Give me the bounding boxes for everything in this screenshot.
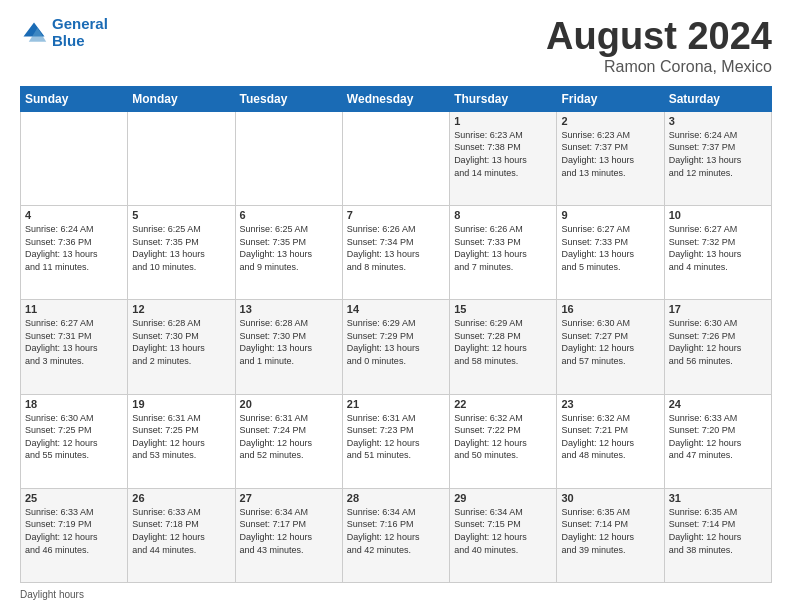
logo-icon [20, 19, 48, 47]
day-info: Sunrise: 6:34 AM Sunset: 7:16 PM Dayligh… [347, 506, 445, 556]
week-row-3: 11Sunrise: 6:27 AM Sunset: 7:31 PM Dayli… [21, 300, 772, 394]
day-number: 13 [240, 303, 338, 315]
day-number: 24 [669, 398, 767, 410]
calendar-cell: 20Sunrise: 6:31 AM Sunset: 7:24 PM Dayli… [235, 394, 342, 488]
calendar-cell [235, 111, 342, 205]
day-number: 19 [132, 398, 230, 410]
day-number: 26 [132, 492, 230, 504]
calendar-cell: 7Sunrise: 6:26 AM Sunset: 7:34 PM Daylig… [342, 206, 449, 300]
calendar-cell [342, 111, 449, 205]
day-info: Sunrise: 6:32 AM Sunset: 7:21 PM Dayligh… [561, 412, 659, 462]
calendar-cell: 23Sunrise: 6:32 AM Sunset: 7:21 PM Dayli… [557, 394, 664, 488]
week-row-2: 4Sunrise: 6:24 AM Sunset: 7:36 PM Daylig… [21, 206, 772, 300]
calendar-table: SundayMondayTuesdayWednesdayThursdayFrid… [20, 86, 772, 583]
day-info: Sunrise: 6:33 AM Sunset: 7:18 PM Dayligh… [132, 506, 230, 556]
day-info: Sunrise: 6:25 AM Sunset: 7:35 PM Dayligh… [132, 223, 230, 273]
calendar-cell: 22Sunrise: 6:32 AM Sunset: 7:22 PM Dayli… [450, 394, 557, 488]
calendar-cell [21, 111, 128, 205]
day-info: Sunrise: 6:35 AM Sunset: 7:14 PM Dayligh… [561, 506, 659, 556]
day-info: Sunrise: 6:27 AM Sunset: 7:32 PM Dayligh… [669, 223, 767, 273]
calendar-cell: 31Sunrise: 6:35 AM Sunset: 7:14 PM Dayli… [664, 488, 771, 582]
day-header-saturday: Saturday [664, 86, 771, 111]
day-number: 31 [669, 492, 767, 504]
day-info: Sunrise: 6:34 AM Sunset: 7:15 PM Dayligh… [454, 506, 552, 556]
day-info: Sunrise: 6:27 AM Sunset: 7:33 PM Dayligh… [561, 223, 659, 273]
calendar-cell: 8Sunrise: 6:26 AM Sunset: 7:33 PM Daylig… [450, 206, 557, 300]
calendar-cell: 12Sunrise: 6:28 AM Sunset: 7:30 PM Dayli… [128, 300, 235, 394]
day-info: Sunrise: 6:33 AM Sunset: 7:19 PM Dayligh… [25, 506, 123, 556]
calendar-cell: 17Sunrise: 6:30 AM Sunset: 7:26 PM Dayli… [664, 300, 771, 394]
title-block: August 2024 Ramon Corona, Mexico [546, 16, 772, 76]
calendar-cell [128, 111, 235, 205]
footer: Daylight hours [20, 589, 772, 600]
day-header-thursday: Thursday [450, 86, 557, 111]
calendar-body: 1Sunrise: 6:23 AM Sunset: 7:38 PM Daylig… [21, 111, 772, 582]
day-number: 22 [454, 398, 552, 410]
day-number: 18 [25, 398, 123, 410]
logo-text: General Blue [52, 16, 108, 49]
logo: General Blue [20, 16, 108, 49]
day-number: 8 [454, 209, 552, 221]
calendar-cell: 24Sunrise: 6:33 AM Sunset: 7:20 PM Dayli… [664, 394, 771, 488]
calendar-cell: 3Sunrise: 6:24 AM Sunset: 7:37 PM Daylig… [664, 111, 771, 205]
day-number: 9 [561, 209, 659, 221]
day-info: Sunrise: 6:33 AM Sunset: 7:20 PM Dayligh… [669, 412, 767, 462]
day-info: Sunrise: 6:31 AM Sunset: 7:25 PM Dayligh… [132, 412, 230, 462]
day-info: Sunrise: 6:30 AM Sunset: 7:25 PM Dayligh… [25, 412, 123, 462]
day-number: 30 [561, 492, 659, 504]
calendar-cell: 28Sunrise: 6:34 AM Sunset: 7:16 PM Dayli… [342, 488, 449, 582]
day-header-friday: Friday [557, 86, 664, 111]
day-header-tuesday: Tuesday [235, 86, 342, 111]
calendar-header: SundayMondayTuesdayWednesdayThursdayFrid… [21, 86, 772, 111]
day-number: 7 [347, 209, 445, 221]
day-info: Sunrise: 6:24 AM Sunset: 7:36 PM Dayligh… [25, 223, 123, 273]
calendar-cell: 14Sunrise: 6:29 AM Sunset: 7:29 PM Dayli… [342, 300, 449, 394]
calendar-cell: 10Sunrise: 6:27 AM Sunset: 7:32 PM Dayli… [664, 206, 771, 300]
calendar-cell: 30Sunrise: 6:35 AM Sunset: 7:14 PM Dayli… [557, 488, 664, 582]
day-number: 6 [240, 209, 338, 221]
day-number: 10 [669, 209, 767, 221]
calendar-cell: 25Sunrise: 6:33 AM Sunset: 7:19 PM Dayli… [21, 488, 128, 582]
day-number: 5 [132, 209, 230, 221]
day-info: Sunrise: 6:28 AM Sunset: 7:30 PM Dayligh… [240, 317, 338, 367]
day-number: 2 [561, 115, 659, 127]
calendar-cell: 29Sunrise: 6:34 AM Sunset: 7:15 PM Dayli… [450, 488, 557, 582]
day-info: Sunrise: 6:29 AM Sunset: 7:28 PM Dayligh… [454, 317, 552, 367]
calendar-cell: 16Sunrise: 6:30 AM Sunset: 7:27 PM Dayli… [557, 300, 664, 394]
day-number: 20 [240, 398, 338, 410]
day-header-sunday: Sunday [21, 86, 128, 111]
day-info: Sunrise: 6:26 AM Sunset: 7:33 PM Dayligh… [454, 223, 552, 273]
footer-label: Daylight hours [20, 589, 84, 600]
calendar-cell: 2Sunrise: 6:23 AM Sunset: 7:37 PM Daylig… [557, 111, 664, 205]
day-header-row: SundayMondayTuesdayWednesdayThursdayFrid… [21, 86, 772, 111]
day-number: 29 [454, 492, 552, 504]
day-header-monday: Monday [128, 86, 235, 111]
day-number: 23 [561, 398, 659, 410]
calendar-cell: 21Sunrise: 6:31 AM Sunset: 7:23 PM Dayli… [342, 394, 449, 488]
day-info: Sunrise: 6:34 AM Sunset: 7:17 PM Dayligh… [240, 506, 338, 556]
calendar-cell: 5Sunrise: 6:25 AM Sunset: 7:35 PM Daylig… [128, 206, 235, 300]
day-info: Sunrise: 6:25 AM Sunset: 7:35 PM Dayligh… [240, 223, 338, 273]
week-row-4: 18Sunrise: 6:30 AM Sunset: 7:25 PM Dayli… [21, 394, 772, 488]
week-row-5: 25Sunrise: 6:33 AM Sunset: 7:19 PM Dayli… [21, 488, 772, 582]
calendar-cell: 1Sunrise: 6:23 AM Sunset: 7:38 PM Daylig… [450, 111, 557, 205]
main-title: August 2024 [546, 16, 772, 58]
calendar-cell: 18Sunrise: 6:30 AM Sunset: 7:25 PM Dayli… [21, 394, 128, 488]
day-info: Sunrise: 6:30 AM Sunset: 7:27 PM Dayligh… [561, 317, 659, 367]
day-number: 17 [669, 303, 767, 315]
day-number: 28 [347, 492, 445, 504]
day-number: 14 [347, 303, 445, 315]
day-info: Sunrise: 6:26 AM Sunset: 7:34 PM Dayligh… [347, 223, 445, 273]
calendar-cell: 11Sunrise: 6:27 AM Sunset: 7:31 PM Dayli… [21, 300, 128, 394]
calendar-cell: 13Sunrise: 6:28 AM Sunset: 7:30 PM Dayli… [235, 300, 342, 394]
calendar-cell: 6Sunrise: 6:25 AM Sunset: 7:35 PM Daylig… [235, 206, 342, 300]
day-number: 11 [25, 303, 123, 315]
day-header-wednesday: Wednesday [342, 86, 449, 111]
calendar-cell: 26Sunrise: 6:33 AM Sunset: 7:18 PM Dayli… [128, 488, 235, 582]
day-info: Sunrise: 6:23 AM Sunset: 7:37 PM Dayligh… [561, 129, 659, 179]
day-info: Sunrise: 6:30 AM Sunset: 7:26 PM Dayligh… [669, 317, 767, 367]
day-number: 21 [347, 398, 445, 410]
day-number: 27 [240, 492, 338, 504]
day-info: Sunrise: 6:31 AM Sunset: 7:24 PM Dayligh… [240, 412, 338, 462]
day-number: 15 [454, 303, 552, 315]
